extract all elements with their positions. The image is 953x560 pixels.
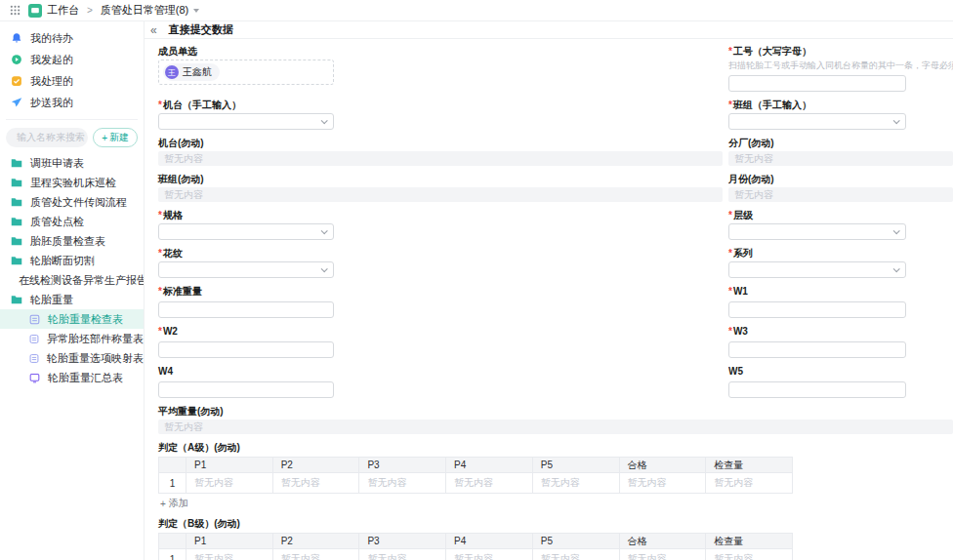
table-cell[interactable]: 暂无内容 — [706, 549, 793, 560]
collapse-sidebar-icon[interactable]: « — [150, 24, 157, 36]
table-cell[interactable]: 暂无内容 — [186, 549, 273, 560]
workspace-breadcrumb[interactable]: 工作台 — [28, 3, 79, 18]
pattern-select[interactable] — [158, 261, 334, 278]
table-cell[interactable]: 暂无内容 — [619, 549, 706, 560]
sidebar: 我的待办 我发起的 我处理的 抄送我的 输入名称来搜索 + 新建 调班 — [0, 21, 145, 560]
dashboard-icon — [29, 373, 40, 383]
col-header: P3 — [359, 534, 446, 549]
work-no-input[interactable] — [728, 75, 906, 92]
form-icon — [29, 314, 40, 325]
col-header: P2 — [272, 534, 359, 549]
sidebar-folder-green-tire-check[interactable]: 胎胚质量检查表 — [0, 231, 144, 251]
member-name: 王鑫航 — [183, 65, 212, 79]
sidebar-item-label: 抄送我的 — [30, 96, 73, 110]
sidebar-search-row: 输入名称来搜索 + 新建 — [6, 119, 138, 147]
sidebar-item-label: 调班申请表 — [30, 156, 84, 171]
sidebar-form-tire-weight-check[interactable]: 轮胎重量检查表 — [0, 309, 144, 329]
table-cell[interactable]: 暂无内容 — [446, 549, 533, 560]
field-label: W4 — [158, 366, 173, 377]
sidebar-item-label: 轮胎重量检查表 — [48, 312, 123, 327]
sidebar-folder-shift-change[interactable]: 调班申请表 — [0, 153, 144, 173]
w4-input[interactable] — [158, 381, 334, 398]
std-weight-input[interactable] — [158, 301, 334, 318]
tab-direct-submit[interactable]: 直接提交数据 — [169, 22, 233, 37]
search-input[interactable]: 输入名称来搜索 — [6, 128, 88, 147]
w3-input[interactable] — [728, 341, 906, 358]
sidebar-form-option-mapping[interactable]: 轮胎重量选项映射表 — [0, 348, 144, 368]
table-cell[interactable]: 暂无内容 — [532, 473, 619, 494]
w2-input[interactable] — [158, 341, 334, 358]
field-level: *层级 — [728, 209, 953, 240]
required-asterisk: * — [158, 210, 162, 220]
chevron-down-icon — [893, 117, 900, 124]
chevron-down-icon — [321, 227, 328, 234]
chevron-down-icon — [321, 265, 328, 272]
row-index: 1 — [159, 549, 186, 560]
table-cell[interactable]: 暂无内容 — [532, 549, 619, 560]
required-asterisk: * — [728, 210, 732, 220]
field-work-no: *工号（大写字母） 扫描轮胎工号或手动输入同机台称量的其中一条，字母必须大写，工… — [728, 45, 953, 92]
table-row: 1 暂无内容 暂无内容 暂无内容 暂无内容 暂无内容 暂无内容 暂无内容 — [159, 473, 793, 494]
field-team-readonly: 班组(勿动) 暂无内容 — [158, 173, 723, 202]
machine-manual-select[interactable] — [158, 113, 334, 130]
avg-weight-readonly-value: 暂无内容 — [158, 420, 953, 434]
judge-b-section: 判定（B级）(勿动) P1 P2 P3 P4 P5 合格 检查量 1 — [158, 517, 953, 560]
sidebar-form-weight-summary[interactable]: 轮胎重量汇总表 — [0, 368, 144, 387]
member-select-box[interactable]: 王 王鑫航 — [158, 60, 334, 85]
sidebar-folder-online-detect-report[interactable]: 在线检测设备异常生产报告单 — [0, 270, 144, 290]
sidebar-folder-spot-check[interactable]: 质管处点检 — [0, 212, 144, 231]
table-cell[interactable]: 暂无内容 — [272, 473, 359, 494]
table-cell[interactable]: 暂无内容 — [272, 549, 359, 560]
table-cell[interactable]: 暂无内容 — [186, 473, 273, 494]
sidebar-item-my-initiated[interactable]: 我发起的 — [0, 49, 144, 70]
team-readonly-value: 暂无内容 — [158, 187, 723, 202]
field-std-weight: *标准重量 — [158, 285, 723, 318]
month-readonly-value: 暂无内容 — [728, 187, 953, 202]
sidebar-item-label: 轮胎重量选项映射表 — [47, 351, 144, 366]
team-manual-select[interactable] — [728, 113, 906, 130]
table-row: 1 暂无内容 暂无内容 暂无内容 暂无内容 暂无内容 暂无内容 暂无内容 — [159, 549, 793, 560]
required-asterisk: * — [158, 286, 162, 297]
series-select[interactable] — [728, 261, 906, 278]
field-pattern: *花纹 — [158, 247, 723, 278]
sidebar-folder-mileage-inspection[interactable]: 里程实验机床巡检 — [0, 173, 144, 192]
w5-input[interactable] — [728, 381, 906, 398]
w1-input[interactable] — [728, 301, 906, 318]
spec-select[interactable] — [158, 223, 334, 240]
add-row-button[interactable]: + 添加 — [160, 497, 188, 510]
field-label: 系列 — [733, 248, 753, 259]
field-label: W3 — [733, 326, 748, 337]
sidebar-folder-tire-weight[interactable]: 轮胎重量 — [0, 290, 144, 309]
field-label: 工号（大写字母） — [733, 46, 811, 57]
new-button[interactable]: + 新建 — [93, 128, 138, 147]
col-header: 检查量 — [706, 458, 793, 473]
table-cell[interactable]: 暂无内容 — [359, 549, 446, 560]
level-select[interactable] — [728, 223, 906, 240]
sidebar-item-my-todo[interactable]: 我的待办 — [0, 27, 144, 49]
sidebar-item-my-handled[interactable]: 我处理的 — [0, 70, 144, 92]
sidebar-folder-doc-circulation[interactable]: 质管处文件传阅流程 — [0, 192, 144, 212]
sidebar-item-label: 里程实验机床巡检 — [30, 176, 116, 190]
send-icon — [11, 97, 22, 108]
sidebar-folder-tire-section-cut[interactable]: 轮胎断面切割 — [0, 251, 144, 270]
sidebar-item-label: 在线检测设备异常生产报告单 — [19, 273, 144, 288]
field-avg-weight: 平均重量(勿动) 暂无内容 — [158, 405, 953, 434]
field-team-manual: *班组（手工输入） — [728, 99, 953, 130]
apps-grid-icon[interactable] — [10, 5, 21, 16]
field-label: 规格 — [163, 210, 183, 220]
table-cell[interactable]: 暂无内容 — [446, 473, 533, 494]
sidebar-item-cc-me[interactable]: 抄送我的 — [0, 92, 144, 113]
table-cell[interactable]: 暂无内容 — [619, 473, 706, 494]
sidebar-form-abnormal-part-weigh[interactable]: 异常胎坯部件称量表 — [0, 329, 144, 348]
table-cell[interactable]: 暂无内容 — [359, 473, 446, 494]
field-label: 平均重量(勿动) — [158, 406, 224, 417]
caret-down-icon — [193, 9, 199, 13]
new-button-label: 新建 — [109, 131, 129, 144]
page-title-dropdown[interactable]: 质管处日常管理(8) — [101, 3, 199, 18]
judge-a-section: 判定（A级）(勿动) P1 P2 P3 P4 P5 合格 检查量 1 — [158, 441, 953, 513]
play-circle-icon — [11, 54, 22, 65]
field-series: *系列 — [728, 247, 953, 278]
folder-icon — [11, 178, 22, 187]
field-label: 月份(勿动) — [728, 174, 774, 184]
table-cell[interactable]: 暂无内容 — [706, 473, 793, 494]
